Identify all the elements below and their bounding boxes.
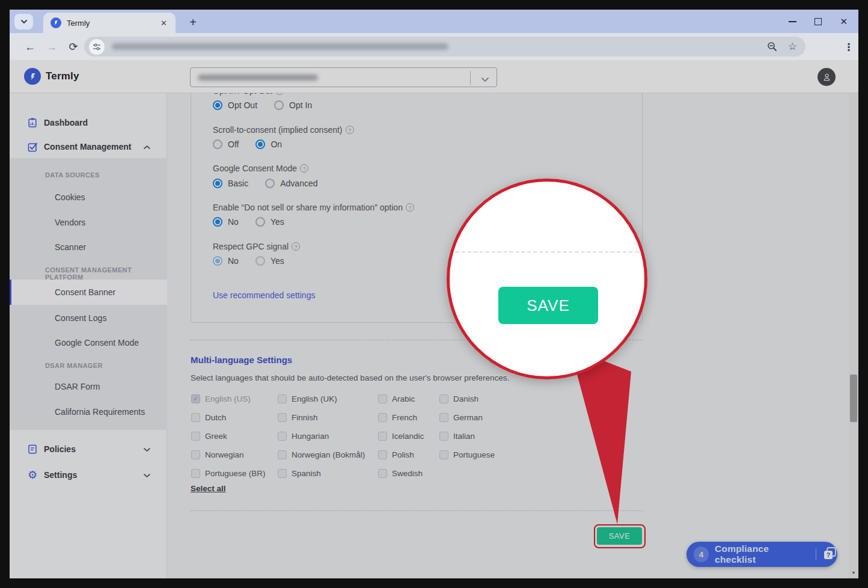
close-button[interactable]: ✕ [840,17,848,26]
desktop-background: Termly ✕ + ✕ ← → ⟳ ☆ [0,0,868,588]
termly-favicon-icon [50,17,61,28]
magnified-dashed-divider [450,251,644,253]
magnifier-callout-circle: SAVE [447,179,647,379]
browser-window: Termly ✕ + ✕ ← → ⟳ ☆ [10,10,858,578]
bookmark-star-icon[interactable]: ☆ [788,40,797,53]
window-controls: ✕ [789,10,852,33]
browser-toolbar: ← → ⟳ ☆ ⋮ [10,33,858,60]
reload-button[interactable]: ⟳ [66,40,81,54]
chevron-down-icon [20,19,28,24]
new-tab-button[interactable]: + [185,14,201,30]
tab-search-button[interactable] [14,14,33,29]
minimize-button[interactable] [789,21,796,22]
browser-titlebar: Termly ✕ + ✕ [10,10,858,33]
maximize-button[interactable] [815,18,822,25]
redacted-url-text [112,43,448,50]
tab-title: Termly [67,19,158,28]
browser-tab[interactable]: Termly ✕ [43,13,176,33]
zoom-out-icon[interactable] [767,41,777,52]
magnified-save-button: SAVE [498,287,598,324]
back-button[interactable]: ← [23,40,37,54]
termly-app: Termly Dashboard [10,60,858,578]
tutorial-dim-overlay [10,60,858,578]
browser-menu-button[interactable]: ⋮ [842,40,856,54]
address-bar[interactable]: ☆ [84,37,805,57]
forward-button[interactable]: → [44,40,59,54]
tab-close-icon[interactable]: ✕ [158,17,170,29]
site-settings-icon[interactable] [89,39,105,55]
